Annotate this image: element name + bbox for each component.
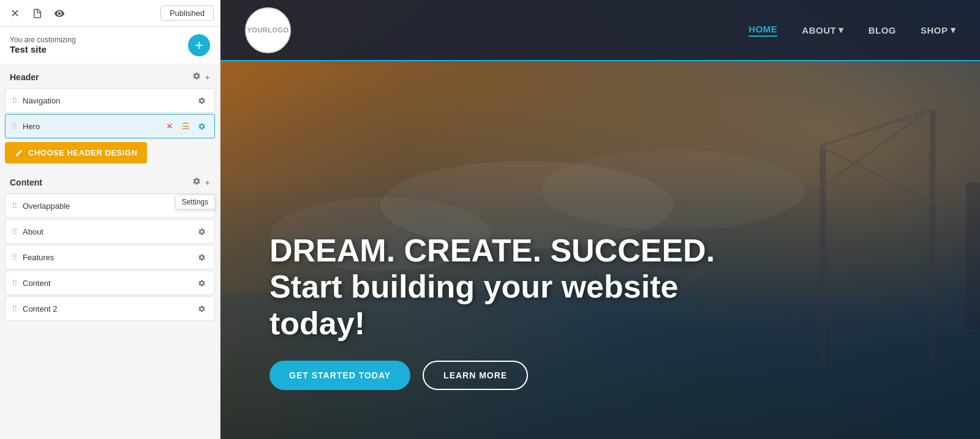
gear-icon-about xyxy=(198,228,206,236)
content2-item-label: Content 2 xyxy=(23,304,195,313)
content-section-icons: + xyxy=(192,177,210,187)
hero-title-line1: DREAM. CREATE. SUCCEED. xyxy=(270,233,858,269)
navigation-item-icons xyxy=(195,94,208,107)
drag-handle-hero: ⠿ xyxy=(12,122,18,131)
customizing-label: You are customizing xyxy=(10,36,76,44)
hero-item-label: Hero xyxy=(23,122,163,131)
nav-shop[interactable]: SHOP ▾ xyxy=(921,24,956,36)
chevron-down-icon-about: ▾ xyxy=(839,24,844,36)
overlappable-item[interactable]: ⠿ Overlappable xyxy=(5,193,215,218)
content-item-label: Content xyxy=(23,279,195,288)
hero-gear-button[interactable] xyxy=(195,119,208,133)
about-item-icons xyxy=(195,225,208,238)
content2-item-icons xyxy=(195,302,208,315)
content-section-title: Content xyxy=(10,178,42,187)
header-section-icons: + xyxy=(192,72,210,82)
choose-header-label: CHOOSE HEADER DESIGN xyxy=(28,148,137,157)
pencil-icon xyxy=(15,149,23,157)
drag-handle-about: ⠿ xyxy=(12,227,18,236)
features-item-label: Features xyxy=(23,253,195,262)
gear-icon-nav xyxy=(198,97,206,105)
eye-icon xyxy=(54,8,65,19)
site-name: Test site xyxy=(10,44,47,54)
drag-handle-content2: ⠿ xyxy=(12,304,18,313)
hero-close-button[interactable]: ✕ xyxy=(163,119,176,133)
right-panel: YOURLOGO HOME ABOUT ▾ BLOG SHOP ▾ xyxy=(221,0,980,439)
customizing-section: You are customizing Test site + xyxy=(0,27,220,64)
choose-header-button[interactable]: CHOOSE HEADER DESIGN xyxy=(5,142,147,163)
header-section-title: Header xyxy=(10,72,39,82)
content-section: Content + ⠿ Overlappable xyxy=(0,170,220,322)
top-bar-icons xyxy=(28,4,69,23)
gear-icon xyxy=(192,72,201,80)
content2-gear-button[interactable] xyxy=(195,302,208,315)
hero-item[interactable]: ⠿ Hero ✕ ☰ xyxy=(5,114,215,138)
drag-handle-features: ⠿ xyxy=(12,253,18,262)
hero-menu-button[interactable]: ☰ xyxy=(179,119,192,133)
about-gear-button[interactable] xyxy=(195,225,208,238)
add-button[interactable]: + xyxy=(188,34,210,56)
logo: YOURLOGO xyxy=(245,7,291,53)
content-add-button[interactable]: + xyxy=(205,177,210,187)
gear-icon-overlappable xyxy=(198,202,206,210)
preview-icon-button[interactable] xyxy=(50,4,69,23)
header-add-button[interactable]: + xyxy=(205,72,210,82)
drag-handle-content: ⠿ xyxy=(12,279,18,288)
navigation-gear-button[interactable] xyxy=(195,94,208,107)
overlappable-item-icons xyxy=(195,199,208,212)
site-navigation: YOURLOGO HOME ABOUT ▾ BLOG SHOP ▾ xyxy=(221,0,980,61)
left-panel: ✕ Published You are customizing Test sit… xyxy=(0,0,221,439)
content-item[interactable]: ⠿ Content xyxy=(5,271,215,295)
content-section-header: Content + xyxy=(0,170,220,192)
hero-item-icons: ✕ ☰ xyxy=(163,119,208,133)
overlappable-item-label: Overlappable xyxy=(23,201,195,211)
header-section-header: Header + xyxy=(0,64,220,87)
published-button[interactable]: Published xyxy=(160,6,214,21)
nav-home[interactable]: HOME xyxy=(748,24,777,37)
hero-title-line2: Start building your website xyxy=(270,269,858,306)
features-item-icons xyxy=(195,250,208,264)
close-button[interactable]: ✕ xyxy=(6,5,23,22)
hero-section: DREAM. CREATE. SUCCEED. Start building y… xyxy=(221,0,980,439)
overlappable-gear-button[interactable] xyxy=(195,199,208,212)
document-icon-button[interactable] xyxy=(28,4,47,23)
chevron-down-icon-shop: ▾ xyxy=(951,24,956,36)
top-bar: ✕ Published xyxy=(0,0,220,27)
content-item-gear-button[interactable] xyxy=(195,276,208,290)
drag-handle-overlappable: ⠿ xyxy=(12,201,18,211)
about-item[interactable]: ⠿ About xyxy=(5,219,215,244)
gear-icon-hero xyxy=(198,122,206,130)
gear-icon-content2 xyxy=(198,305,206,313)
nav-about[interactable]: ABOUT ▾ xyxy=(802,24,843,36)
features-item[interactable]: ⠿ Features xyxy=(5,245,215,269)
about-item-label: About xyxy=(23,227,195,236)
header-section: Header + ⠿ Navigation xyxy=(0,64,220,170)
header-gear-button[interactable] xyxy=(192,72,201,82)
learn-more-button[interactable]: LEARN MORE xyxy=(423,361,528,390)
customizing-text: You are customizing Test site xyxy=(10,36,76,55)
content-gear-button[interactable] xyxy=(192,177,201,187)
navigation-item[interactable]: ⠿ Navigation xyxy=(5,88,215,113)
hero-buttons: GET STARTED TODAY LEARN MORE xyxy=(270,361,858,390)
hero-title-line3: today! xyxy=(270,306,858,342)
content2-item[interactable]: ⠿ Content 2 xyxy=(5,296,215,321)
content-item-icons xyxy=(195,276,208,290)
drag-handle-navigation: ⠿ xyxy=(12,96,18,105)
hero-content: DREAM. CREATE. SUCCEED. Start building y… xyxy=(270,233,858,390)
features-gear-button[interactable] xyxy=(195,250,208,264)
document-icon xyxy=(32,8,43,19)
hero-title: DREAM. CREATE. SUCCEED. Start building y… xyxy=(270,233,858,342)
navigation-item-label: Navigation xyxy=(23,96,195,105)
get-started-button[interactable]: GET STARTED TODAY xyxy=(270,361,410,390)
nav-blog[interactable]: BLOG xyxy=(869,25,896,36)
gear-icon-content xyxy=(192,177,201,186)
gear-icon-content-item xyxy=(198,279,206,287)
gear-icon-features xyxy=(198,253,206,261)
nav-links: HOME ABOUT ▾ BLOG SHOP ▾ xyxy=(748,24,956,37)
